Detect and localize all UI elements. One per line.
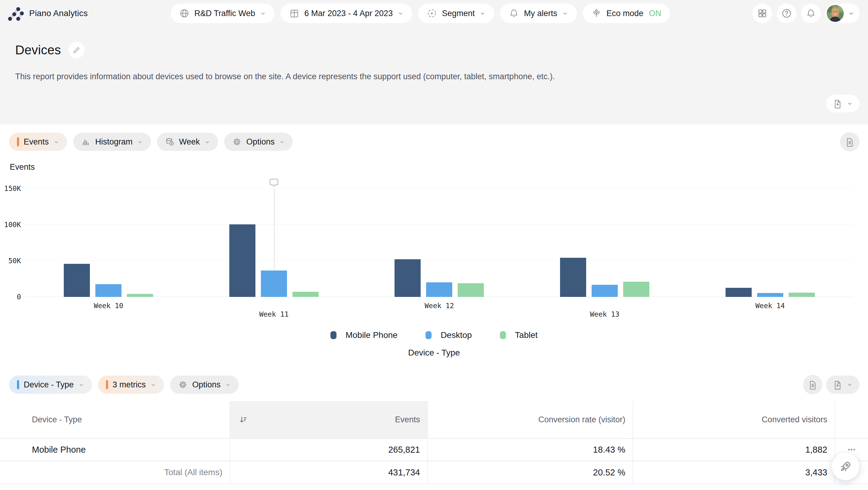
chevron-down-icon	[54, 139, 59, 145]
sprout-icon	[591, 8, 602, 19]
column-header-device-type[interactable]: Device - Type	[0, 401, 230, 438]
bar-mobile-phone-week-14[interactable]	[725, 288, 752, 297]
legend-swatch	[500, 331, 506, 339]
table-total-conversion-rate: 20.52 %	[428, 461, 633, 484]
table-export-button[interactable]	[826, 375, 860, 394]
account-menu[interactable]	[826, 4, 860, 23]
column-header-conversion-rate[interactable]: Conversion rate (visitor)	[428, 401, 633, 438]
topbar-actions	[752, 4, 860, 23]
data-table: Device - Type Events Conversion rate (vi…	[0, 401, 868, 484]
column-header-events-sorted[interactable]: Events	[230, 401, 428, 438]
bar-mobile-phone-week-13[interactable]	[560, 258, 586, 297]
chart-options[interactable]: Options	[224, 133, 293, 151]
chevron-down-icon	[398, 10, 404, 17]
legend-swatch	[331, 331, 337, 339]
y-axis-tick: 50K	[8, 257, 21, 265]
rocket-fab-button[interactable]	[832, 453, 859, 480]
eco-mode-toggle[interactable]: Eco mode ON	[583, 4, 670, 23]
bars	[522, 189, 688, 297]
bar-tablet-week-14[interactable]	[789, 293, 815, 297]
x-axis-tick: Week 14	[687, 302, 853, 310]
bar-group-week-14: Week 14	[687, 189, 853, 297]
bar-desktop-week-11[interactable]	[261, 270, 287, 297]
dimension-selector-label: Device - Type	[24, 380, 74, 390]
piano-analytics-logo-icon[interactable]	[7, 5, 24, 22]
help-button[interactable]	[777, 4, 796, 23]
apps-grid-button[interactable]	[752, 4, 772, 23]
y-axis-tick: 0	[17, 293, 21, 301]
row-menu-button[interactable]	[847, 445, 856, 454]
legend-label: Mobile Phone	[346, 330, 398, 340]
chevron-down-icon	[279, 139, 285, 145]
table-card: Device - Type 3 metrics	[0, 375, 868, 484]
bar-tablet-week-10[interactable]	[127, 294, 153, 297]
table-options[interactable]: Options	[170, 375, 239, 394]
bar-desktop-week-14[interactable]	[757, 293, 783, 297]
download-file-icon	[833, 99, 842, 108]
bar-tablet-week-12[interactable]	[458, 283, 484, 297]
metric-selector[interactable]: Events	[9, 133, 67, 151]
table-row-device[interactable]: Mobile Phone	[0, 438, 230, 461]
my-alerts[interactable]: My alerts	[500, 4, 577, 23]
metrics-selector-label: 3 metrics	[113, 380, 146, 390]
brand-name: Piano Analytics	[29, 8, 88, 18]
sort-descending-icon[interactable]	[239, 415, 248, 424]
bars	[191, 189, 357, 297]
dimension-selector[interactable]: Device - Type	[9, 375, 92, 394]
bar-desktop-week-13[interactable]	[592, 285, 618, 297]
x-axis-tick: Week 12	[356, 302, 522, 310]
metrics-selector[interactable]: 3 metrics	[98, 375, 164, 394]
bar-group-week-13: Week 13	[522, 189, 688, 297]
y-axis-tick: 100K	[4, 221, 21, 229]
edit-title-button[interactable]	[68, 42, 85, 58]
chevron-down-icon	[79, 382, 84, 388]
granularity-selector[interactable]: Week	[157, 133, 218, 151]
gear-icon	[232, 137, 242, 146]
bar-mobile-phone-week-10[interactable]	[64, 264, 90, 297]
pencil-icon	[72, 46, 81, 54]
column-header-converted-visitors[interactable]: Converted visitors	[633, 401, 835, 438]
gear-icon	[178, 380, 188, 390]
chevron-down-icon	[260, 10, 266, 17]
page-title: Devices	[15, 43, 61, 57]
chart-type-selector[interactable]: Histogram	[73, 133, 151, 151]
legend-item-desktop[interactable]: Desktop	[426, 330, 472, 340]
bar-tablet-week-11[interactable]	[292, 292, 318, 297]
date-range-picker[interactable]: 6 Mar 2023 - 4 Apr 2023	[281, 4, 412, 23]
notifications-button[interactable]	[801, 4, 820, 23]
apps-grid-icon	[757, 8, 768, 19]
top-section: Piano Analytics R&D Traffic Web	[0, 0, 868, 125]
segment-target-icon	[427, 8, 437, 19]
bar-desktop-week-12[interactable]	[426, 282, 452, 297]
bar-mobile-phone-week-12[interactable]	[395, 259, 421, 297]
table-controls: Device - Type 3 metrics	[0, 375, 868, 394]
bar-tablet-week-13[interactable]	[623, 282, 649, 297]
granularity-label: Week	[179, 137, 200, 146]
legend-swatch	[426, 331, 432, 339]
report-header: Devices This report provides information…	[0, 27, 868, 125]
database-clock-icon	[165, 137, 175, 146]
topbar-pills: R&D Traffic Web 6 Mar 2023 - 4 Apr 2023	[171, 4, 670, 23]
histogram-icon	[81, 137, 91, 146]
segment-selector[interactable]: Segment	[418, 4, 494, 23]
chart-card: Events Histogram	[0, 125, 868, 358]
table-notes-button[interactable]	[803, 375, 823, 394]
question-circle-icon	[781, 8, 792, 19]
comment-bubble-icon[interactable]	[269, 177, 279, 188]
site-selector[interactable]: R&D Traffic Web	[171, 4, 275, 23]
export-button[interactable]	[826, 95, 860, 112]
bar-mobile-phone-week-11[interactable]	[229, 224, 255, 297]
bar-group-week-10: Week 10	[26, 189, 191, 297]
legend-item-tablet[interactable]: Tablet	[500, 330, 538, 340]
x-axis-tick: Week 10	[26, 302, 191, 310]
chart-legend: Mobile PhoneDesktopTablet	[0, 329, 868, 341]
bar-group-week-11: Week 11	[191, 189, 357, 297]
bar-desktop-week-10[interactable]	[95, 284, 122, 297]
legend-item-mobile-phone[interactable]: Mobile Phone	[331, 330, 398, 340]
chart-notes-button[interactable]	[840, 132, 860, 152]
chevron-down-icon	[848, 10, 855, 17]
rocket-icon	[839, 460, 852, 473]
metric-selector-label: Events	[24, 137, 49, 146]
brand: Piano Analytics	[7, 5, 88, 22]
chevron-down-icon	[847, 382, 853, 388]
